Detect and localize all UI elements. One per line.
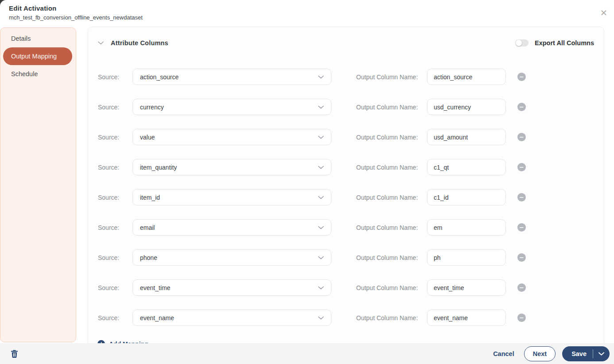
output-column-label: Output Column Name: bbox=[356, 254, 427, 261]
source-select[interactable]: email bbox=[132, 219, 331, 236]
source-select[interactable]: phone bbox=[132, 249, 331, 266]
output-column-input[interactable] bbox=[427, 219, 506, 236]
next-button[interactable]: Next bbox=[524, 346, 556, 361]
chevron-down-icon bbox=[318, 196, 324, 199]
dataset-subtitle: mch_test_fb_conversion_offline_events_ne… bbox=[9, 14, 143, 21]
mapping-row: Source: email Output Column Name: − bbox=[88, 219, 604, 236]
edit-activation-modal: Edit Activation mch_test_fb_conversion_o… bbox=[0, 0, 614, 364]
chevron-down-icon bbox=[318, 226, 324, 229]
remove-row-icon[interactable]: − bbox=[517, 73, 526, 81]
remove-row-icon[interactable]: − bbox=[517, 283, 526, 292]
source-label: Source: bbox=[98, 104, 132, 111]
modal-footer: Cancel Next Save bbox=[0, 343, 614, 364]
mapping-row: Source: phone Output Column Name: − bbox=[88, 249, 604, 266]
source-select-value: currency bbox=[140, 104, 164, 111]
toggle-knob bbox=[516, 40, 522, 46]
remove-row-icon[interactable]: − bbox=[517, 163, 526, 171]
source-select-value: item_id bbox=[140, 194, 160, 201]
output-column-input[interactable] bbox=[427, 310, 506, 326]
source-label: Source: bbox=[98, 74, 132, 81]
sidebar-item-details[interactable]: Details bbox=[0, 30, 76, 47]
chevron-down-icon bbox=[318, 166, 324, 169]
output-column-label: Output Column Name: bbox=[356, 194, 427, 201]
remove-row-icon[interactable]: − bbox=[517, 193, 526, 201]
page-title: Edit Activation bbox=[9, 4, 143, 12]
delete-activation-button[interactable] bbox=[11, 349, 18, 358]
source-select-value: email bbox=[140, 224, 155, 231]
remove-row-icon[interactable]: − bbox=[517, 103, 526, 111]
remove-row-icon[interactable]: − bbox=[517, 314, 526, 322]
section-title: Attribute Columns bbox=[111, 39, 168, 46]
source-select[interactable]: item_quantity bbox=[132, 159, 331, 175]
output-column-label: Output Column Name: bbox=[356, 164, 427, 171]
remove-row-icon[interactable]: − bbox=[517, 133, 526, 141]
steps-sidebar: DetailsOutput MappingSchedule bbox=[0, 27, 76, 342]
source-select-value: event_name bbox=[140, 314, 174, 321]
output-column-label: Output Column Name: bbox=[356, 224, 427, 231]
source-label: Source: bbox=[98, 254, 132, 261]
source-select[interactable]: action_source bbox=[132, 69, 331, 85]
mapping-row: Source: event_name Output Column Name: − bbox=[88, 310, 604, 326]
output-column-input[interactable] bbox=[427, 249, 506, 266]
source-label: Source: bbox=[98, 284, 132, 291]
source-label: Source: bbox=[98, 164, 132, 171]
source-label: Source: bbox=[98, 194, 132, 201]
save-options-chevron-icon[interactable] bbox=[593, 346, 610, 361]
save-button[interactable]: Save bbox=[562, 346, 593, 361]
attribute-columns-header: Attribute Columns Export All Columns bbox=[88, 27, 604, 59]
chevron-down-icon bbox=[318, 316, 324, 320]
source-select-value: item_quantity bbox=[140, 164, 177, 171]
chevron-down-icon[interactable] bbox=[98, 41, 104, 45]
export-all-columns-toggle[interactable] bbox=[515, 39, 529, 46]
source-label: Source: bbox=[98, 314, 132, 321]
modal-header: Edit Activation mch_test_fb_conversion_o… bbox=[9, 4, 143, 21]
output-column-input[interactable] bbox=[427, 69, 506, 85]
mapping-rows: Source: action_source Output Column Name… bbox=[88, 69, 604, 326]
mapping-row: Source: item_id Output Column Name: − bbox=[88, 189, 604, 205]
remove-row-icon[interactable]: − bbox=[517, 253, 526, 262]
sidebar-item-schedule[interactable]: Schedule bbox=[0, 65, 76, 83]
output-column-input[interactable] bbox=[427, 189, 506, 205]
mapping-row: Source: event_time Output Column Name: − bbox=[88, 279, 604, 296]
chevron-down-icon bbox=[318, 286, 324, 290]
cancel-button[interactable]: Cancel bbox=[493, 350, 514, 357]
source-label: Source: bbox=[98, 224, 132, 231]
export-all-columns-label: Export All Columns bbox=[535, 39, 594, 46]
output-column-input[interactable] bbox=[427, 159, 506, 175]
mapping-row: Source: currency Output Column Name: − bbox=[88, 99, 604, 115]
mapping-row: Source: value Output Column Name: − bbox=[88, 129, 604, 145]
source-select-value: event_time bbox=[140, 284, 170, 291]
source-select[interactable]: item_id bbox=[132, 189, 331, 205]
chevron-down-icon bbox=[318, 105, 324, 109]
source-select-value: action_source bbox=[140, 74, 179, 81]
source-select[interactable]: currency bbox=[132, 99, 331, 115]
remove-row-icon[interactable]: − bbox=[517, 223, 526, 232]
mapping-row: Source: action_source Output Column Name… bbox=[88, 69, 604, 85]
chevron-down-icon bbox=[318, 136, 324, 139]
close-icon[interactable]: × bbox=[599, 8, 609, 17]
source-label: Source: bbox=[98, 134, 132, 141]
source-select-value: value bbox=[140, 134, 155, 141]
mapping-row: Source: item_quantity Output Column Name… bbox=[88, 159, 604, 175]
output-column-label: Output Column Name: bbox=[356, 104, 427, 111]
output-column-label: Output Column Name: bbox=[356, 134, 427, 141]
output-column-input[interactable] bbox=[427, 99, 506, 115]
chevron-down-icon bbox=[318, 256, 324, 259]
source-select-value: phone bbox=[140, 254, 157, 261]
sidebar-item-output-mapping[interactable]: Output Mapping bbox=[3, 47, 72, 65]
output-column-label: Output Column Name: bbox=[356, 74, 427, 81]
output-column-label: Output Column Name: bbox=[356, 314, 427, 321]
source-select[interactable]: value bbox=[132, 129, 331, 145]
save-split-button: Save bbox=[562, 346, 610, 361]
output-column-input[interactable] bbox=[427, 129, 506, 145]
attribute-columns-card: Attribute Columns Export All Columns Sou… bbox=[88, 27, 604, 364]
source-select[interactable]: event_time bbox=[132, 279, 331, 296]
chevron-down-icon bbox=[318, 75, 324, 79]
trash-icon bbox=[11, 349, 18, 358]
source-select[interactable]: event_name bbox=[132, 310, 331, 326]
output-column-input[interactable] bbox=[427, 279, 506, 296]
output-column-label: Output Column Name: bbox=[356, 284, 427, 291]
